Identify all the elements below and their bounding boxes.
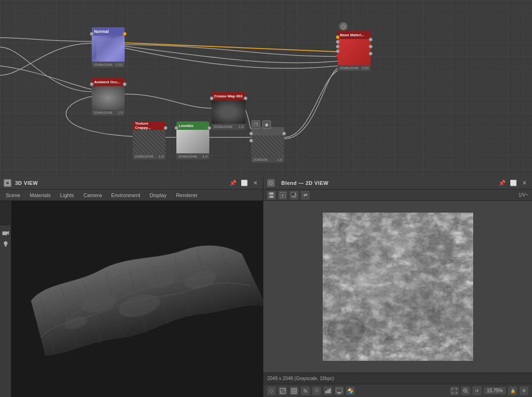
- node-bm-input-4[interactable]: [336, 49, 340, 53]
- footer-info-icon[interactable]: ⓘ: [312, 387, 321, 395]
- node-base-material-label: Base Materi...: [340, 33, 365, 37]
- nav-view-selector[interactable]: 1/V~: [518, 192, 528, 198]
- svg-rect-31: [291, 192, 295, 196]
- node-ob-version: 1.0: [277, 158, 282, 162]
- node-ld-output[interactable]: [207, 126, 211, 130]
- node-ob-input-2[interactable]: [249, 139, 253, 143]
- node-normal-output[interactable]: [123, 32, 127, 36]
- svg-rect-4: [96, 38, 120, 59]
- texture-preview: [323, 213, 473, 361]
- nav-materials[interactable]: Materials: [28, 191, 53, 199]
- node-bm-output-3[interactable]: [369, 52, 373, 56]
- terrain-svg: [11, 201, 263, 397]
- footer-scene-icon[interactable]: ⬡: [267, 387, 276, 395]
- node-leveldo[interactable]: LevelDo 2048x2048 1.0: [176, 121, 209, 159]
- node-ob-output[interactable]: [282, 132, 286, 135]
- svg-rect-60: [336, 388, 342, 392]
- nav-lights[interactable]: Lights: [58, 191, 76, 199]
- panel-3d-header: 3D VIEW 📌 ⬜ ✕: [0, 176, 263, 190]
- panel-2d-footer: ⬡: [263, 384, 532, 397]
- footer-adjust-icon[interactable]: [301, 387, 310, 395]
- footer-mat-icon[interactable]: [278, 387, 287, 395]
- svg-point-55: [304, 389, 305, 390]
- node-ao[interactable]: Ambient Occ... 2048x2048 1.0: [92, 78, 125, 116]
- node-tc-output[interactable]: [164, 126, 167, 130]
- nav-camera[interactable]: Camera: [81, 191, 103, 199]
- node-tc-size: 2048x2048: [135, 154, 153, 159]
- node-bm-input-5[interactable]: [336, 54, 340, 58]
- sidebar-camera-icon[interactable]: [2, 229, 9, 237]
- node-normal-input[interactable]: [90, 32, 94, 36]
- node-bm-version: C32: [362, 66, 369, 70]
- footer-chart-icon[interactable]: [324, 387, 332, 395]
- panel-3d-canvas[interactable]: [11, 201, 263, 397]
- footer-right: ↺ 15.75% 🔒 ⚙: [450, 387, 528, 395]
- panel-3d-close[interactable]: ✕: [252, 179, 259, 187]
- node-bm-input-1[interactable]: [336, 35, 340, 39]
- svg-marker-8: [7, 231, 9, 235]
- node-ao-output[interactable]: [123, 82, 127, 86]
- panel-3d-maximize[interactable]: ⬜: [240, 179, 248, 187]
- nav-display[interactable]: Display: [148, 191, 168, 199]
- footer-settings-icon[interactable]: ⚙: [520, 387, 528, 395]
- panel-3d-nav: Scene Materials Lights Camera Environmen…: [0, 190, 263, 201]
- svg-point-9: [4, 241, 8, 245]
- nav-scene[interactable]: Scene: [4, 191, 22, 199]
- nav-environment[interactable]: Environment: [109, 191, 142, 199]
- node-base-material[interactable]: ⬡ Base Materi... 2048x2048 C32: [338, 31, 371, 71]
- panel-2d-close[interactable]: ✕: [521, 179, 528, 187]
- node-copy-icon[interactable]: ❐: [252, 120, 260, 129]
- svg-rect-57: [326, 391, 327, 393]
- panel-2d-pin[interactable]: 📌: [498, 179, 506, 187]
- node-crease-size: 2048x2048: [214, 125, 232, 129]
- footer-lock-icon[interactable]: 🔒: [508, 387, 517, 395]
- node-bm-output-2[interactable]: [369, 45, 373, 48]
- panel-2d-maximize[interactable]: ⬜: [509, 179, 517, 187]
- node-normal[interactable]: Normal 2048x2048 C32: [92, 27, 125, 68]
- footer-display-icon[interactable]: [335, 387, 343, 395]
- texture-info: 2048 x 2048 (Grayscale, 16bpc): [267, 376, 334, 381]
- normal-thumbnail: [96, 38, 120, 59]
- nav-export-icon[interactable]: [278, 191, 287, 199]
- svg-rect-48: [292, 388, 297, 393]
- nav-arrows-icon[interactable]: ⇄: [301, 191, 310, 199]
- node-tc-label: Texture Crappy...: [135, 121, 163, 130]
- node-crease[interactable]: Crease Map 003 2048x2048 1.0: [212, 92, 246, 130]
- zoom-level-display: 15.75%: [484, 387, 506, 394]
- svg-rect-6: [6, 182, 9, 184]
- node-crease-input[interactable]: [210, 96, 214, 100]
- footer-color-icon[interactable]: [346, 387, 355, 395]
- node-graph[interactable]: Normal 2048x2048 C32: [0, 0, 532, 176]
- svg-rect-58: [327, 389, 329, 393]
- footer-reload[interactable]: ↺: [473, 387, 481, 395]
- panel-2d-canvas[interactable]: [263, 201, 532, 373]
- footer-fit-icon[interactable]: [450, 387, 459, 395]
- node-ld-size: 2048x2048: [178, 154, 197, 159]
- node-crease-version: 1.0: [238, 125, 244, 129]
- nav-save-icon[interactable]: [267, 191, 276, 199]
- nav-copy-icon[interactable]: [290, 191, 298, 199]
- footer-grid-icon[interactable]: [290, 387, 298, 395]
- node-ld-input[interactable]: [175, 126, 178, 130]
- node-ld-label: LevelDo: [179, 124, 193, 128]
- panel-3d-pin[interactable]: 📌: [229, 179, 237, 187]
- node-ob-input-1[interactable]: [249, 132, 253, 135]
- node-ao-input[interactable]: [90, 82, 94, 86]
- node-bm-output-1[interactable]: [369, 38, 373, 41]
- svg-rect-47: [283, 391, 285, 393]
- node-bm-input-2[interactable]: [336, 40, 340, 44]
- nav-renderer[interactable]: Renderer: [174, 191, 199, 199]
- node-output-blend[interactable]: 2048x56 1.0: [251, 127, 284, 163]
- node-tex-crappy[interactable]: Texture Crappy... 2048x2048 1.0: [133, 121, 166, 159]
- sidebar-light-icon[interactable]: [2, 240, 9, 248]
- cube-icon: ⬡: [339, 22, 348, 31]
- footer-zoom-fit[interactable]: [461, 387, 470, 395]
- node-bm-input-3[interactable]: [336, 45, 340, 48]
- node-view-icon[interactable]: ◉: [262, 120, 271, 129]
- node-crease-output[interactable]: [244, 96, 247, 100]
- node-bm-size: 2048x2048: [340, 66, 358, 70]
- panel-3d-sidebar: [0, 225, 11, 397]
- svg-rect-10: [5, 245, 7, 246]
- panel-3d-title: 3D VIEW: [15, 180, 38, 186]
- node-normal-version: C32: [116, 63, 123, 67]
